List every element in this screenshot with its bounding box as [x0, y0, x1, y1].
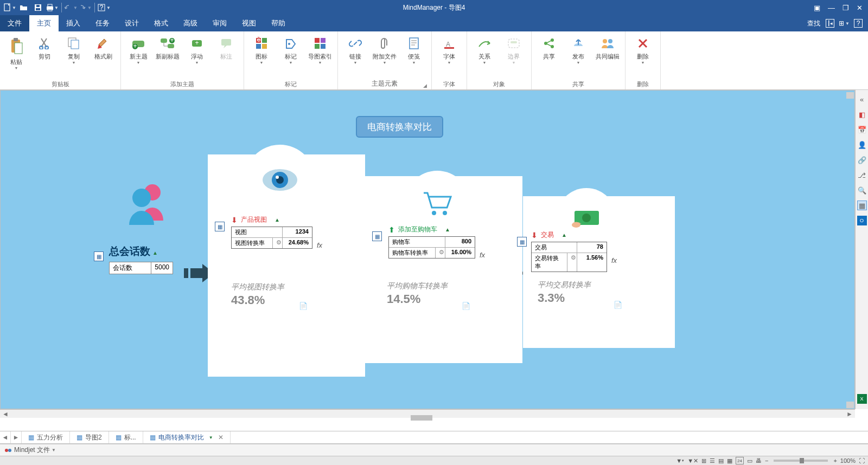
expand-icon[interactable]: ▲ — [152, 250, 158, 256]
tab-file[interactable]: 文件 — [0, 15, 29, 31]
doc-tab-3[interactable]: ▦电商转换率对比▼✕ — [143, 431, 231, 443]
delete-button[interactable]: 删除▼ — [629, 34, 657, 67]
icon-button[interactable]: 1图标▼ — [247, 34, 276, 67]
view-page-icon[interactable]: ▭ — [747, 457, 752, 464]
cut-button[interactable]: 剪切 — [30, 34, 59, 62]
menu-help-icon[interactable]: ? — [854, 19, 863, 28]
publish-button[interactable]: 发布▼ — [564, 34, 592, 67]
new-topic-button[interactable]: +新主题▼ — [124, 34, 152, 67]
sp-search-icon[interactable]: 🔍 — [857, 185, 867, 195]
sp-branch-icon[interactable]: ⎇ — [857, 170, 867, 180]
filter-icon[interactable]: ▼▾ — [676, 457, 684, 464]
relation-button[interactable]: 关系▼ — [470, 34, 499, 67]
search-label[interactable]: 查找 — [807, 19, 820, 28]
sp-outlook-icon[interactable]: O — [857, 216, 867, 225]
tab-review[interactable]: 审阅 — [205, 15, 234, 31]
format-painter-button[interactable]: 格式刷 — [89, 34, 117, 62]
canvas[interactable]: 电商转换率对比 ▦ 总会话数▲ 会话数5000 ▦ ⬇产品视图▲ 视图1234 … — [0, 90, 855, 409]
tab-design[interactable]: 设计 — [117, 15, 146, 31]
note-icon[interactable]: 📄 — [462, 302, 470, 310]
menu-tree-icon[interactable]: ⊞▼ — [840, 19, 848, 28]
svg-rect-27 — [262, 38, 267, 43]
doc-tab-0[interactable]: ▦五力分析 — [22, 431, 70, 443]
help-qat-button[interactable]: ?▼ — [98, 2, 111, 14]
tab-prev[interactable]: ◄ — [0, 431, 11, 443]
doc-tab-2[interactable]: ▦标... — [109, 431, 143, 443]
sp-expand[interactable]: « — [857, 94, 867, 104]
vscroll-down[interactable] — [846, 402, 854, 408]
zoom-out-button[interactable]: − — [765, 457, 768, 464]
note-button[interactable]: 便笺▼ — [400, 34, 428, 67]
zoom-value[interactable]: 100% — [840, 457, 856, 464]
tab-insert[interactable]: 插入 — [59, 15, 88, 31]
expand-icon[interactable]: ▲ — [275, 217, 280, 223]
new-doc-button[interactable]: ▼ — [3, 2, 16, 14]
expand-icon[interactable]: ▲ — [445, 227, 450, 232]
note-icon[interactable]: 📄 — [614, 301, 622, 309]
attach-button[interactable]: 附加文件▼ — [371, 34, 399, 67]
ribbon-toggle-icon[interactable]: ▣ — [814, 4, 820, 12]
sp-grid-icon[interactable]: ▦ — [857, 201, 867, 210]
view-24-icon[interactable]: 24 — [736, 457, 744, 464]
sp-excel-icon[interactable]: X — [857, 394, 867, 404]
vscroll-up[interactable] — [846, 92, 854, 99]
float-button[interactable]: +浮动▼ — [183, 34, 211, 67]
sp-link-icon[interactable]: 🔗 — [857, 155, 867, 165]
copy-button[interactable]: 复制▼ — [60, 34, 88, 67]
doc-tab-1[interactable]: ▦导图2 — [70, 431, 109, 443]
tab-next[interactable]: ► — [11, 431, 22, 443]
new-subtopic-button[interactable]: +新副标题 — [154, 34, 182, 62]
expand-icon[interactable]: ▲ — [561, 232, 567, 238]
sp-marker-icon[interactable]: ◧ — [857, 109, 867, 119]
tag-button[interactable]: 标记▼ — [277, 34, 305, 67]
tab-format[interactable]: 格式 — [146, 15, 176, 31]
tab-advanced[interactable]: 高级 — [176, 15, 205, 31]
tab-task[interactable]: 任务 — [88, 15, 117, 31]
collapse-ribbon-icon[interactable]: ┃◂ — [826, 19, 834, 28]
tab-view[interactable]: 视图 — [234, 15, 264, 31]
undo-button[interactable]: ▼ — [65, 2, 78, 14]
zoom-in-button[interactable]: + — [833, 457, 837, 464]
view-list-icon[interactable]: ☰ — [710, 457, 715, 464]
zoom-slider[interactable] — [774, 460, 828, 462]
view-tree-icon[interactable]: ⊞ — [701, 457, 706, 464]
tab-home[interactable]: 主页 — [29, 15, 59, 31]
dialog-launcher[interactable]: ◢ — [423, 83, 427, 88]
step2-content[interactable]: ▦ ⬆添加至购物车▲ 购物车800 购物车转换率⚙16.00% fx — [388, 225, 475, 259]
horizontal-scrollbar[interactable]: ◄ ► — [0, 409, 855, 418]
gear-icon[interactable]: ⚙ — [273, 238, 283, 248]
filter-x-icon[interactable]: ▼✕ — [687, 457, 698, 464]
print-button[interactable]: ▼ — [46, 2, 59, 14]
gear-icon[interactable]: ⚙ — [436, 248, 445, 258]
sessions-node[interactable]: ▦ 总会话数▲ 会话数5000 — [109, 244, 173, 274]
group-label-topicelem: 主题元素◢ — [341, 78, 428, 89]
font-button[interactable]: A字体▼ — [435, 34, 463, 67]
fx-icon: fx — [317, 241, 322, 249]
link-button[interactable]: 链接▼ — [341, 34, 369, 67]
close-button[interactable]: ✕ — [857, 4, 863, 12]
mindjet-label[interactable]: Mindjet 文件 — [14, 445, 50, 455]
save-button[interactable] — [31, 2, 44, 14]
view-gantt-icon[interactable]: ▤ — [718, 457, 724, 464]
sp-calendar-icon[interactable]: 📅 — [857, 125, 867, 134]
redo-button[interactable]: ▼ — [79, 2, 92, 14]
map-index-button[interactable]: 导图索引▼ — [306, 34, 334, 67]
fit-icon[interactable]: ⛶ — [859, 457, 865, 464]
maximize-button[interactable]: ❐ — [843, 4, 849, 12]
tab-help[interactable]: 帮助 — [264, 15, 293, 31]
open-button[interactable] — [17, 2, 30, 14]
step1-content[interactable]: ▦ ⬇产品视图▲ 视图1234 视图转换率⚙24.68% fx — [231, 215, 312, 249]
step3-content[interactable]: ▦ ⬇交易▲ 交易78 交易转换率⚙1.56% fx — [531, 230, 607, 272]
view-grid-icon[interactable]: ▦ — [727, 457, 732, 464]
minimize-button[interactable]: — — [828, 4, 835, 12]
note-icon[interactable]: 📄 — [299, 302, 308, 310]
map-title-node[interactable]: 电商转换率对比 — [356, 116, 443, 138]
share-button[interactable]: 共享 — [535, 34, 563, 62]
group-label-clipboard: 剪贴板 — [3, 79, 117, 89]
paste-button[interactable]: 粘贴▼ — [3, 34, 29, 72]
coedit-button[interactable]: 共同编辑 — [593, 34, 622, 62]
sp-person-icon[interactable]: 👤 — [857, 140, 867, 150]
view-print-icon[interactable]: 🖶 — [756, 457, 762, 464]
close-tab-icon[interactable]: ✕ — [218, 434, 224, 441]
gear-icon[interactable]: ⚙ — [567, 253, 577, 272]
